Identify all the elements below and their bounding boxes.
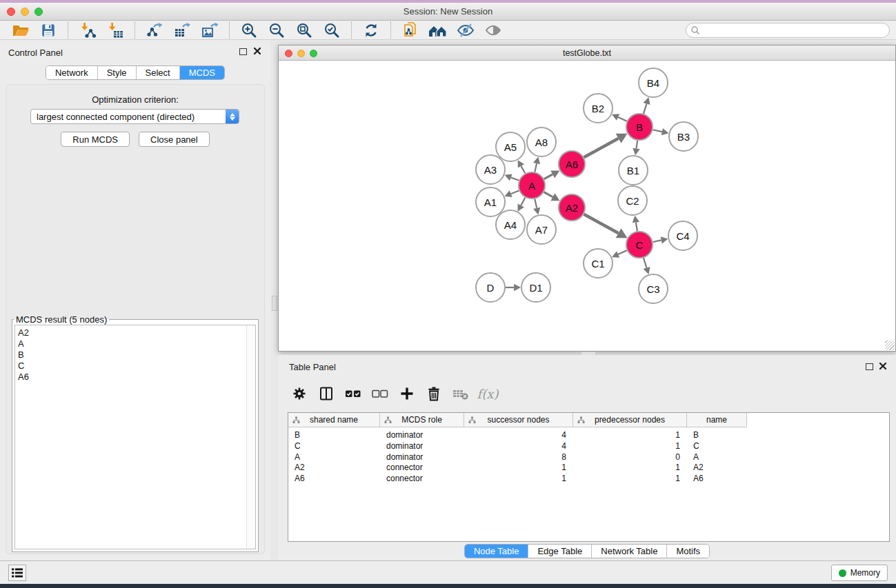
graph-node-C2[interactable]: C2 <box>618 186 647 215</box>
close-panel-button[interactable] <box>253 47 261 55</box>
tab-node-table[interactable]: Node Table <box>465 545 529 558</box>
graph-node-A2[interactable]: A2 <box>559 194 585 221</box>
edge-A2-C[interactable] <box>584 214 628 239</box>
result-item[interactable]: A6 <box>15 372 255 383</box>
table-options-button[interactable] <box>289 384 310 403</box>
graph-node-C3[interactable]: C3 <box>639 274 668 303</box>
edge-C-C3[interactable] <box>643 258 650 274</box>
tab-select[interactable]: Select <box>137 66 180 79</box>
edge-B-B3[interactable] <box>653 128 669 135</box>
edge-B-B2[interactable] <box>612 114 627 121</box>
table-row[interactable]: Bdominator41B <box>288 430 889 441</box>
run-mcds-button[interactable]: Run MCDS <box>61 132 130 147</box>
export-image-button[interactable] <box>198 21 221 39</box>
criterion-dropdown[interactable]: largest connected component (directed) <box>30 109 239 124</box>
export-network-button[interactable] <box>143 21 166 39</box>
graph-node-A4[interactable]: A4 <box>496 210 525 239</box>
edge-C-C2[interactable] <box>633 216 639 232</box>
first-neighbors-button[interactable] <box>426 21 450 39</box>
float-panel-button[interactable] <box>239 48 247 55</box>
edge-A-A7[interactable] <box>533 199 540 215</box>
save-session-button[interactable] <box>37 21 60 39</box>
table-row[interactable]: A2connector11A2 <box>288 463 889 474</box>
graph-node-C[interactable]: C <box>626 232 653 258</box>
export-table-button[interactable] <box>170 21 194 39</box>
refresh-button[interactable] <box>359 21 383 39</box>
graph-node-A5[interactable]: A5 <box>496 132 525 161</box>
network-canvas[interactable]: B4B2BB3A8A5A6A3B1AC2A1A2A4A7C4CC1C3DD1 <box>279 61 895 351</box>
graph-node-C1[interactable]: C1 <box>584 249 613 278</box>
graph-node-B[interactable]: B <box>626 114 653 140</box>
hide-selected-button[interactable] <box>454 21 477 39</box>
result-item[interactable]: B <box>15 349 255 361</box>
show-all-button[interactable] <box>481 21 505 39</box>
tab-style[interactable]: Style <box>98 66 137 79</box>
show-panels-list-button[interactable] <box>8 565 26 581</box>
column-header-predecessor-nodes[interactable]: predecessor nodes <box>573 413 687 427</box>
graph-node-B2[interactable]: B2 <box>584 94 613 123</box>
graph-node-A3[interactable]: A3 <box>476 155 505 184</box>
edge-A6-B[interactable] <box>584 134 628 158</box>
delete-column-button[interactable] <box>424 384 444 403</box>
import-network-button[interactable] <box>76 21 99 39</box>
result-item[interactable]: A2 <box>15 327 255 338</box>
tab-mcds[interactable]: MCDS <box>180 66 224 79</box>
node-table[interactable]: shared nameMCDS rolesuccessor nodesprede… <box>288 412 890 542</box>
table-row[interactable]: Adominator80A <box>288 452 889 463</box>
delete-table-button[interactable] <box>450 384 471 403</box>
vertical-split-handle[interactable] <box>272 296 277 311</box>
graph-node-C4[interactable]: C4 <box>668 221 697 250</box>
graph-node-B4[interactable]: B4 <box>639 68 668 97</box>
close-panel-button-mcds[interactable]: Close panel <box>139 132 210 147</box>
resize-grip-icon[interactable] <box>885 341 895 350</box>
graph-node-D[interactable]: D <box>476 273 505 302</box>
column-browser-button[interactable] <box>316 384 337 403</box>
edge-C-C1[interactable] <box>612 250 627 257</box>
graph-node-A8[interactable]: A8 <box>527 128 556 156</box>
graph-node-A1[interactable]: A1 <box>476 187 505 216</box>
tab-edge-table[interactable]: Edge Table <box>528 545 592 558</box>
column-header-shared-name[interactable]: shared name <box>288 413 380 427</box>
graph-node-B1[interactable]: B1 <box>619 156 648 185</box>
function-builder-button[interactable]: f(x) <box>477 384 498 403</box>
edge-A-A8[interactable] <box>533 156 540 172</box>
table-row[interactable]: A6connector11A6 <box>288 474 889 485</box>
edge-C-C4[interactable] <box>653 236 668 243</box>
edge-A-A4[interactable] <box>518 198 526 212</box>
graph-node-D1[interactable]: D1 <box>521 273 550 302</box>
edge-A-A2[interactable] <box>544 192 560 201</box>
column-header-name[interactable]: name <box>687 413 747 427</box>
open-session-button[interactable] <box>9 21 32 39</box>
result-item[interactable]: A <box>15 338 255 349</box>
graph-node-B3[interactable]: B3 <box>669 122 698 151</box>
edge-A-A1[interactable] <box>504 190 519 197</box>
tab-network-table[interactable]: Network Table <box>592 545 667 558</box>
graph-node-A6[interactable]: A6 <box>559 151 585 177</box>
network-window-titlebar[interactable]: testGlobe.txt <box>279 45 895 61</box>
edge-B-B4[interactable] <box>643 97 650 114</box>
column-header-MCDS-role[interactable]: MCDS role <box>380 413 464 427</box>
zoom-out-button[interactable] <box>265 21 288 39</box>
close-table-panel-button[interactable] <box>879 362 887 370</box>
clone-network-button[interactable] <box>399 21 422 39</box>
edge-D-D1[interactable] <box>506 284 521 291</box>
add-column-button[interactable] <box>397 384 417 403</box>
zoom-fit-button[interactable] <box>292 21 316 39</box>
tab-motifs[interactable]: Motifs <box>667 545 709 558</box>
edge-B-B1[interactable] <box>633 141 639 155</box>
graph-node-A[interactable]: A <box>519 172 545 199</box>
import-table-button[interactable] <box>103 21 127 39</box>
zoom-in-button[interactable] <box>237 21 261 39</box>
scrollbar-track[interactable] <box>246 325 255 549</box>
zoom-selected-button[interactable] <box>320 21 344 39</box>
edge-A-A6[interactable] <box>544 170 560 179</box>
graph-node-A7[interactable]: A7 <box>527 215 556 244</box>
float-table-panel-button[interactable] <box>866 363 873 370</box>
tab-network[interactable]: Network <box>46 66 98 79</box>
result-item[interactable]: C <box>15 361 255 372</box>
memory-button[interactable]: Memory <box>831 565 888 581</box>
edge-A-A3[interactable] <box>505 174 519 181</box>
search-input[interactable] <box>700 24 889 37</box>
column-header-successor-nodes[interactable]: successor nodes <box>464 413 573 427</box>
edge-A-A5[interactable] <box>518 160 526 173</box>
